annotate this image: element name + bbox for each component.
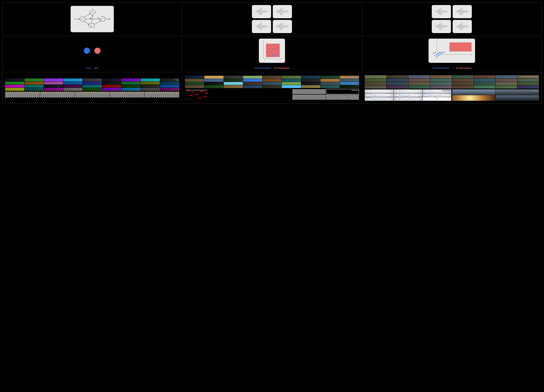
svg-text:a: a: [440, 28, 441, 29]
env-tile: [452, 79, 473, 82]
svg-text:t: t: [441, 13, 441, 14]
svg-rect-212: [440, 28, 442, 29]
svg-text:T: T: [283, 25, 284, 26]
svg-text:s: s: [458, 26, 458, 27]
labels-r2c3: Train Distribution Test Distribution: [432, 67, 471, 70]
svg-point-281: [433, 53, 434, 54]
svg-text:t: t: [83, 18, 83, 19]
svg-text:π: π: [438, 27, 438, 28]
env-tile: [387, 79, 408, 82]
svg-text:c: c: [439, 26, 439, 27]
svg-text:r: r: [92, 11, 93, 13]
cmdp-card: st cs π at rt R T st+1 cr: [273, 20, 292, 33]
env-tile: ?: [423, 97, 451, 101]
svg-text:t: t: [261, 8, 261, 9]
svg-text:c: c: [259, 26, 259, 27]
svg-rect-245: [461, 23, 463, 25]
svg-text:T: T: [262, 11, 263, 11]
env-tile: [185, 76, 204, 79]
svg-text:s: s: [82, 18, 83, 20]
svg-point-272: [271, 52, 272, 53]
svg-text:t: t: [458, 26, 458, 26]
svg-text:t: t: [441, 28, 441, 29]
env-tile: [474, 79, 495, 82]
svg-text:t: t: [278, 11, 278, 12]
env-tile: [102, 88, 121, 91]
svg-text:π: π: [278, 27, 279, 28]
svg-text:s: s: [263, 11, 264, 12]
cmdp-grid-a: st cs π at rt R T st+1 cr st cs π at rt …: [252, 5, 292, 33]
svg-rect-215: [440, 23, 442, 25]
svg-text:R: R: [259, 25, 260, 25]
env-tile: [423, 89, 451, 93]
svg-text:t: t: [437, 11, 438, 12]
env-tile: [408, 75, 430, 78]
env-tile: [408, 79, 430, 82]
env-tile: [394, 97, 422, 101]
svg-text:t: t: [441, 8, 441, 9]
env-tile: [5, 82, 24, 84]
env-tile: [340, 76, 359, 79]
label-train-dist2: Train Distribution: [432, 67, 449, 70]
env-tile: [452, 85, 473, 88]
svg-text:t+1: t+1: [103, 18, 104, 19]
env-tile: [340, 85, 359, 88]
svg-text:c: c: [460, 26, 460, 27]
env-tile: [394, 89, 422, 93]
env-tile: [83, 82, 102, 84]
svg-point-23: [256, 11, 258, 12]
env-tile: [408, 82, 430, 85]
mdp-card-large: s t π a t r t R: [71, 6, 114, 32]
svg-point-266: [274, 45, 275, 46]
env-tile: [121, 85, 141, 88]
svg-text:s: s: [437, 11, 437, 12]
env-tile: [160, 79, 179, 82]
svg-text:t: t: [278, 26, 278, 26]
cmdp-card: st cs π at rt R T st+1 cr: [453, 5, 472, 18]
labels-r2c2: Train Distribution Test Distribution: [254, 67, 290, 70]
svg-text:s: s: [458, 11, 458, 12]
env-tile: [430, 75, 452, 78]
svg-text:t+1: t+1: [285, 11, 285, 12]
cluster-causalworld: ? CausalWorld: [365, 89, 451, 101]
svg-text:π: π: [438, 12, 438, 13]
svg-text:R: R: [460, 10, 461, 11]
svg-point-290: [440, 52, 441, 53]
svg-text:π: π: [258, 12, 258, 13]
svg-point-254: [464, 25, 466, 27]
env-tile: [102, 85, 121, 88]
svg-point-134: [284, 25, 286, 27]
svg-point-283: [436, 54, 437, 55]
svg-point-224: [443, 25, 445, 27]
svg-rect-95: [260, 23, 262, 25]
svg-line-20: [94, 21, 101, 24]
svg-point-268: [269, 48, 270, 49]
svg-text:r: r: [261, 23, 261, 24]
env-tile: [452, 82, 473, 85]
svg-text:a: a: [461, 28, 461, 29]
cell-r3c2: OpenAI Procgen: [182, 72, 362, 104]
svg-text:c: c: [280, 26, 280, 27]
svg-text:t: t: [437, 26, 438, 26]
cmdp-card: st cs π at rt R T st+1 cr: [432, 20, 451, 33]
env-tile: [63, 88, 83, 91]
svg-text:t+1: t+1: [264, 26, 265, 26]
svg-rect-306: [198, 97, 201, 98]
cell-r3c1: Atari MuJoCo: [2, 72, 182, 104]
env-tile: [160, 82, 179, 84]
env-tile: [204, 79, 224, 82]
env-tile: [83, 85, 102, 88]
env-tile: [262, 76, 282, 79]
svg-line-211: [438, 27, 439, 28]
svg-text:a: a: [461, 13, 461, 14]
label-train: Train: [86, 67, 91, 70]
env-tile: [121, 79, 141, 82]
svg-point-291: [442, 52, 443, 53]
svg-point-276: [272, 56, 272, 57]
svg-line-121: [279, 27, 280, 28]
env-tile: [320, 76, 340, 79]
cell-r2c2: Train Distribution Test Distribution: [182, 36, 362, 72]
cmdp-card: st cs π at rt R T st+1 cr: [432, 5, 451, 18]
svg-point-74: [284, 11, 286, 12]
env-tile: [282, 85, 301, 88]
